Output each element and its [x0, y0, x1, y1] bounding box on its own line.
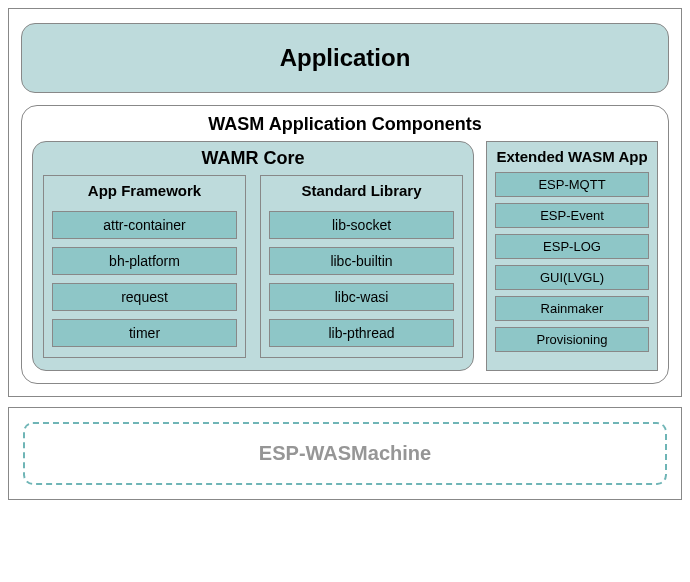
module-timer: timer — [52, 319, 237, 347]
extended-wasm-app-box: Extended WASM App ESP-MQTT ESP-Event ESP… — [486, 141, 658, 371]
app-framework-box: App Framework attr-container bh-platform… — [43, 175, 246, 358]
application-title: Application — [22, 44, 668, 72]
module-lib-socket: lib-socket — [269, 211, 454, 239]
module-libc-builtin: libc-builtin — [269, 247, 454, 275]
module-gui-lvgl: GUI(LVGL) — [495, 265, 649, 290]
standard-library-title: Standard Library — [269, 182, 454, 199]
module-esp-log: ESP-LOG — [495, 234, 649, 259]
components-row: WAMR Core App Framework attr-container b… — [32, 141, 658, 371]
wamr-core-box: WAMR Core App Framework attr-container b… — [32, 141, 474, 371]
module-attr-container: attr-container — [52, 211, 237, 239]
application-layer-box: Application — [21, 23, 669, 93]
esp-wasmachine-box: ESP-WASMachine — [23, 422, 667, 485]
esp-wasmachine-title: ESP-WASMachine — [25, 442, 665, 465]
module-rainmaker: Rainmaker — [495, 296, 649, 321]
esp-wasmachine-frame: ESP-WASMachine — [8, 407, 682, 500]
module-request: request — [52, 283, 237, 311]
module-esp-mqtt: ESP-MQTT — [495, 172, 649, 197]
module-esp-event: ESP-Event — [495, 203, 649, 228]
module-provisioning: Provisioning — [495, 327, 649, 352]
wasm-application-components-box: WASM Application Components WAMR Core Ap… — [21, 105, 669, 384]
standard-library-box: Standard Library lib-socket libc-builtin… — [260, 175, 463, 358]
module-libc-wasi: libc-wasi — [269, 283, 454, 311]
app-framework-title: App Framework — [52, 182, 237, 199]
wamr-core-columns: App Framework attr-container bh-platform… — [43, 175, 463, 358]
wasm-components-title: WASM Application Components — [32, 114, 658, 135]
module-lib-pthread: lib-pthread — [269, 319, 454, 347]
wamr-core-title: WAMR Core — [43, 148, 463, 169]
module-bh-platform: bh-platform — [52, 247, 237, 275]
upper-architecture-frame: Application WASM Application Components … — [8, 8, 682, 397]
extended-wasm-app-title: Extended WASM App — [495, 148, 649, 166]
